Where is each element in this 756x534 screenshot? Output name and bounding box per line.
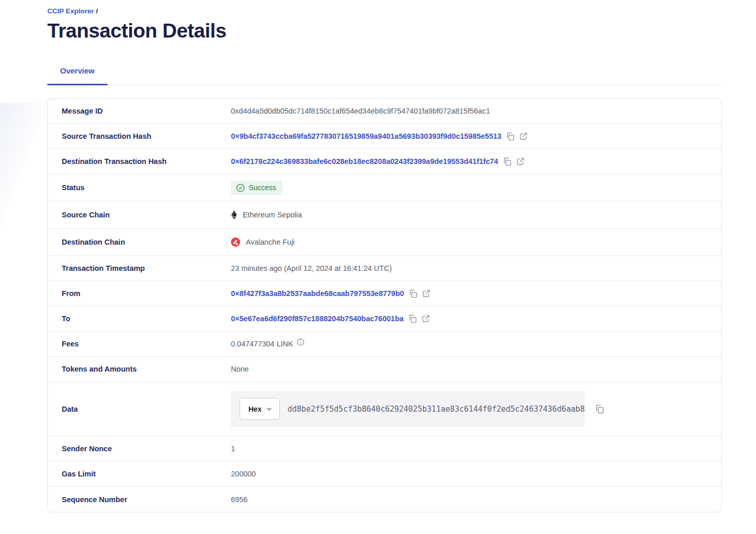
tokens-value: None [231, 365, 249, 373]
to-address-link[interactable]: 0×5e67ea6d6f290f857c1888204b7540bac76001… [231, 315, 404, 323]
fees-label: Fees [48, 340, 231, 348]
row-dest-chain: Destination Chain Avalanche Fuji [48, 229, 722, 256]
gas-limit-value: 200000 [231, 470, 256, 478]
check-circle-icon [236, 183, 245, 192]
breadcrumb: CCIP Explorer/ [47, 0, 722, 15]
info-icon[interactable] [297, 338, 304, 346]
transaction-details-card: Message ID 0xd4d4a5d0db05dc714f8150c1af6… [47, 98, 722, 512]
dest-chain-label: Destination Chain [48, 238, 231, 246]
status-label: Status [48, 183, 231, 192]
dest-tx-hash-label: Destination Transaction Hash [48, 157, 231, 165]
data-encoding-selected: Hex [248, 405, 262, 413]
message-id-value: 0xd4d4a5d0db05dc714f8150c1af654ed34eb8c9… [231, 107, 490, 115]
gas-limit-label: Gas Limit [48, 470, 231, 478]
row-message-id: Message ID 0xd4d4a5d0db05dc714f8150c1af6… [48, 99, 722, 124]
data-encoding-select[interactable]: Hex [240, 398, 280, 420]
timestamp-value: 23 minutes ago (April 12, 2024 at 16:41:… [231, 264, 392, 272]
row-gas-limit: Gas Limit 200000 [48, 462, 722, 487]
row-source-tx-hash: Source Transaction Hash 0×9b4cf3743ccba6… [48, 124, 722, 149]
external-link-icon[interactable] [422, 289, 430, 298]
sender-nonce-label: Sender Nonce [48, 445, 231, 453]
source-chain-label: Source Chain [48, 211, 231, 219]
row-status: Status Success [48, 174, 722, 201]
sequence-number-label: Sequence Number [48, 495, 231, 504]
row-source-chain: Source Chain Ethereum Sepolia [48, 201, 722, 229]
row-fees: Fees 0.047477304 LINK [48, 332, 722, 357]
chevron-down-icon [266, 406, 273, 412]
background-decoration [0, 103, 49, 226]
status-badge: Success [231, 180, 283, 195]
fees-value: 0.047477304 LINK [231, 340, 293, 348]
data-hex-box: Hex dd8be2f5f5d5cf3b8640c62924025b311ae8… [231, 391, 585, 427]
page-title: Transaction Details [47, 20, 722, 42]
source-chain-name: Ethereum Sepolia [243, 211, 302, 219]
to-label: To [48, 315, 231, 323]
status-badge-text: Success [249, 183, 276, 192]
row-dest-tx-hash: Destination Transaction Hash 0×6f2178c22… [48, 149, 722, 174]
tab-overview[interactable]: Overview [47, 66, 107, 85]
from-address-link[interactable]: 0×8f427f3a3a8b2537aabde68caab797553e8779… [231, 289, 404, 298]
external-link-icon[interactable] [519, 132, 528, 140]
row-sender-nonce: Sender Nonce 1 [48, 436, 722, 462]
row-from: From 0×8f427f3a3a8b2537aabde68caab797553… [48, 281, 722, 306]
timestamp-label: Transaction Timestamp [48, 264, 231, 272]
row-to: To 0×5e67ea6d6f290f857c1888204b7540bac76… [48, 306, 722, 332]
copy-icon[interactable] [503, 157, 512, 166]
row-timestamp: Transaction Timestamp 23 minutes ago (Ap… [48, 256, 722, 281]
ethereum-icon [231, 210, 237, 219]
row-tokens: Tokens and Amounts None [48, 357, 722, 382]
copy-icon[interactable] [409, 289, 418, 298]
row-data: Data Hex dd8be2f5f5d5cf3b8640c62924025b3… [48, 382, 722, 436]
dest-chain-name: Avalanche Fuji [246, 238, 295, 246]
external-link-icon[interactable] [422, 315, 430, 323]
copy-icon[interactable] [408, 315, 417, 323]
breadcrumb-link-ccip-explorer[interactable]: CCIP Explorer [47, 7, 94, 15]
data-hex-value: dd8be2f5f5d5cf3b8640c62924025b311ae83c61… [287, 404, 585, 414]
copy-icon[interactable] [595, 404, 604, 414]
dest-tx-hash-link[interactable]: 0×6f2178c224c369833bafe6c028eb18ec8208a0… [231, 157, 498, 165]
source-tx-hash-label: Source Transaction Hash [48, 132, 231, 140]
breadcrumb-separator: / [96, 7, 98, 15]
external-link-icon[interactable] [516, 157, 525, 165]
tab-bar: Overview [47, 66, 722, 85]
from-label: From [48, 289, 231, 298]
transaction-details-page: CCIP Explorer/ Transaction Details Overv… [47, 0, 722, 512]
avalanche-icon [231, 237, 240, 247]
sender-nonce-value: 1 [231, 445, 235, 453]
data-label: Data [48, 405, 231, 413]
source-tx-hash-link[interactable]: 0×9b4cf3743ccba69fa5277830716519859a9401… [231, 132, 501, 140]
sequence-number-value: 6956 [231, 495, 247, 504]
copy-icon[interactable] [506, 132, 515, 141]
message-id-label: Message ID [48, 107, 231, 115]
row-sequence-number: Sequence Number 6956 [48, 487, 722, 512]
tokens-label: Tokens and Amounts [48, 365, 231, 373]
